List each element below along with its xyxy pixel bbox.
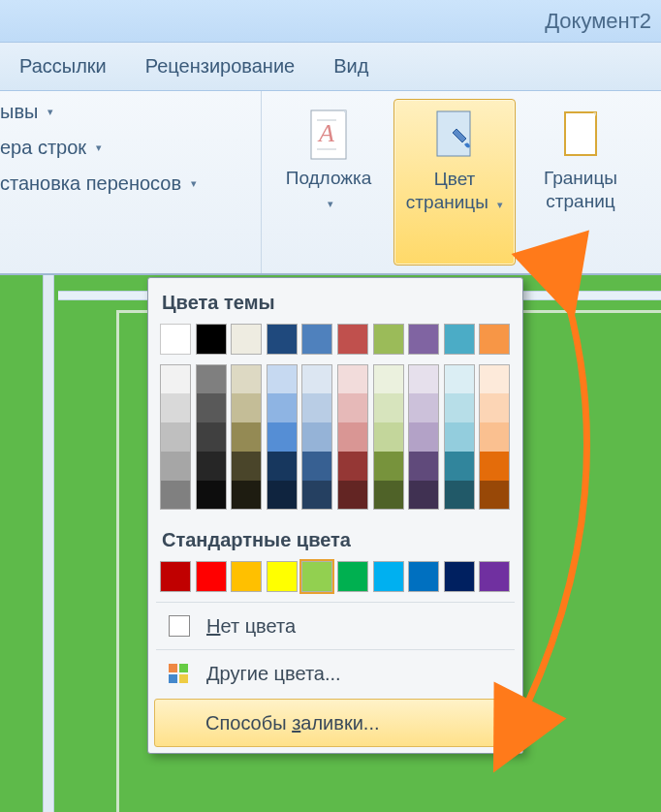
shade-swatch[interactable] — [479, 452, 510, 481]
theme-color-row — [156, 324, 515, 364]
shade-swatch[interactable] — [267, 422, 298, 452]
shade-swatch[interactable] — [231, 481, 262, 510]
shade-swatch[interactable] — [160, 481, 191, 510]
shade-swatch[interactable] — [231, 364, 262, 393]
theme-swatch[interactable] — [373, 324, 404, 355]
standard-swatch[interactable] — [160, 561, 191, 592]
page-borders-icon — [557, 107, 604, 163]
theme-swatch[interactable] — [196, 324, 227, 355]
shade-swatch[interactable] — [408, 452, 439, 481]
shade-swatch[interactable] — [373, 481, 404, 510]
standard-swatch[interactable] — [231, 561, 262, 592]
shade-swatch[interactable] — [337, 393, 368, 422]
shade-swatch[interactable] — [408, 422, 439, 452]
standard-swatch[interactable] — [408, 561, 439, 592]
shade-swatch[interactable] — [373, 393, 404, 422]
standard-swatch[interactable] — [267, 561, 298, 592]
shade-swatch[interactable] — [160, 364, 191, 393]
shade-swatch[interactable] — [267, 481, 298, 510]
svg-rect-9 — [179, 674, 188, 683]
watermark-icon: A — [305, 107, 352, 163]
page-color-icon — [431, 108, 478, 164]
shade-swatch[interactable] — [196, 452, 227, 481]
shade-swatch[interactable] — [444, 422, 475, 452]
shade-swatch[interactable] — [267, 364, 298, 393]
shade-swatch[interactable] — [267, 452, 298, 481]
shade-swatch[interactable] — [337, 364, 368, 393]
shade-swatch[interactable] — [408, 481, 439, 510]
fill-effects-menu-item[interactable]: Способы заливки... — [154, 699, 517, 747]
shade-swatch[interactable] — [301, 393, 332, 422]
shade-swatch[interactable] — [444, 364, 475, 393]
tab-view[interactable]: Вид — [314, 43, 388, 90]
shade-swatch[interactable] — [301, 452, 332, 481]
shade-swatch[interactable] — [408, 393, 439, 422]
shade-swatch[interactable] — [196, 393, 227, 422]
shade-swatch[interactable] — [196, 422, 227, 452]
shade-swatch[interactable] — [373, 422, 404, 452]
shade-swatch[interactable] — [160, 393, 191, 422]
shade-swatch[interactable] — [231, 422, 262, 452]
more-colors-icon — [166, 662, 193, 685]
shade-swatch[interactable] — [160, 422, 191, 452]
hyphenation-button[interactable]: становка переносов▾ — [0, 172, 249, 195]
chevron-down-icon: ▾ — [497, 199, 503, 210]
shade-swatch[interactable] — [479, 393, 510, 422]
no-color-icon — [169, 615, 190, 637]
shade-swatch[interactable] — [337, 422, 368, 452]
theme-colors-title: Цвета темы — [156, 286, 515, 324]
vertical-ruler[interactable] — [43, 275, 54, 812]
breaks-button[interactable]: ывы▾ — [0, 101, 249, 123]
shade-swatch[interactable] — [337, 452, 368, 481]
shade-swatch[interactable] — [231, 393, 262, 422]
standard-swatch[interactable] — [337, 561, 368, 592]
shade-swatch[interactable] — [301, 481, 332, 510]
tab-review[interactable]: Рецензирование — [126, 43, 314, 90]
no-color-menu-item[interactable]: Нет цвета — [156, 602, 515, 649]
svg-rect-5 — [565, 112, 596, 155]
shade-swatch[interactable] — [373, 364, 404, 393]
theme-swatch[interactable] — [301, 324, 332, 355]
shade-swatch[interactable] — [479, 422, 510, 452]
shade-swatch[interactable] — [444, 452, 475, 481]
svg-rect-6 — [169, 664, 177, 672]
tab-mailings[interactable]: Рассылки — [0, 43, 126, 90]
theme-swatch[interactable] — [337, 324, 368, 355]
standard-swatch[interactable] — [373, 561, 404, 592]
page-setup-group: ывы▾ ера строк▾ становка переносов▾ — [0, 91, 262, 273]
more-colors-menu-item[interactable]: Другие цвета... — [156, 649, 515, 697]
standard-swatch[interactable] — [444, 561, 475, 592]
page-background-group: A Подложка ▾ Цвет страницы ▾ — [262, 91, 661, 273]
theme-swatch[interactable] — [444, 324, 475, 355]
shade-swatch[interactable] — [196, 481, 227, 510]
theme-swatch[interactable] — [479, 324, 510, 355]
shade-swatch[interactable] — [408, 364, 439, 393]
shade-swatch[interactable] — [373, 452, 404, 481]
standard-colors-title: Стандартные цвета — [156, 523, 515, 561]
page-color-button[interactable]: Цвет страницы ▾ — [393, 99, 516, 265]
shade-swatch[interactable] — [231, 452, 262, 481]
shade-swatch[interactable] — [267, 393, 298, 422]
theme-swatch[interactable] — [160, 324, 191, 355]
theme-swatch[interactable] — [267, 324, 298, 355]
shade-swatch[interactable] — [479, 481, 510, 510]
theme-swatch[interactable] — [231, 324, 262, 355]
svg-rect-8 — [169, 674, 177, 683]
shade-swatch[interactable] — [337, 481, 368, 510]
theme-swatch[interactable] — [408, 324, 439, 355]
shade-swatch[interactable] — [301, 422, 332, 452]
watermark-button[interactable]: A Подложка ▾ — [268, 99, 390, 265]
line-numbers-button[interactable]: ера строк▾ — [0, 137, 249, 159]
shade-swatch[interactable] — [196, 364, 227, 393]
shade-swatch[interactable] — [160, 452, 191, 481]
shade-swatch[interactable] — [301, 364, 332, 393]
shade-swatch[interactable] — [444, 393, 475, 422]
standard-swatch[interactable] — [479, 561, 510, 592]
standard-swatch[interactable] — [196, 561, 227, 592]
chevron-down-icon: ▾ — [191, 177, 197, 190]
page-borders-button[interactable]: Границы страниц — [519, 99, 642, 265]
ribbon-body: ывы▾ ера строк▾ становка переносов▾ A По… — [0, 91, 661, 275]
shade-swatch[interactable] — [479, 364, 510, 393]
standard-swatch[interactable] — [301, 561, 332, 592]
shade-swatch[interactable] — [444, 481, 475, 510]
